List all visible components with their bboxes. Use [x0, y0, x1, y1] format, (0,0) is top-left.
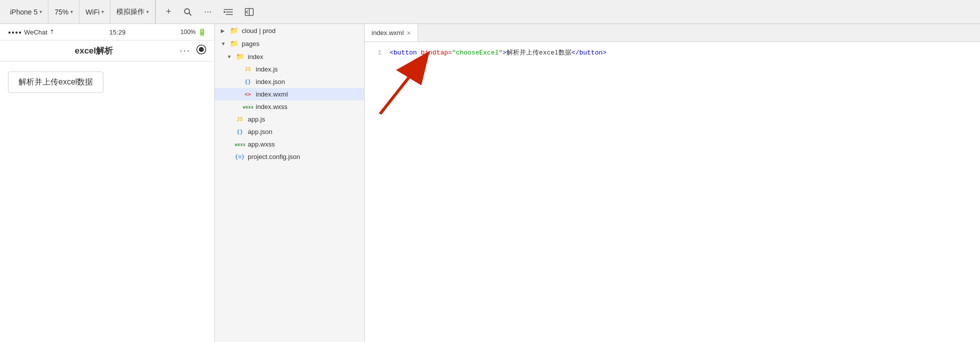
device-chevron-icon: ▾: [39, 9, 42, 14]
code-line-1: 1 <button bindtap="chooseExcel">解析并上传exc…: [365, 48, 980, 58]
json-icon-index-json: {}: [243, 78, 253, 85]
file-label-project-config: project.config.json: [248, 153, 300, 160]
js-icon-index-js: JS: [243, 66, 253, 72]
toolbar: iPhone 5 ▾ 75% ▾ WiFi ▾ 模拟操作 ▾ + ···: [0, 0, 980, 24]
scale-chevron-icon: ▾: [70, 9, 73, 14]
json-icon-app-json: {}: [235, 128, 245, 135]
more-button[interactable]: ···: [202, 4, 214, 19]
editor-area: index.wxml × 1 <button bindtap="chooseEx…: [365, 24, 980, 342]
tag-end: </button>: [571, 49, 606, 56]
tree-arrow-pages: ▼: [221, 41, 226, 46]
network-label: WiFi: [85, 8, 99, 16]
file-tree-item-app-js[interactable]: ▶ JS app.js: [215, 113, 364, 126]
page-button[interactable]: 解析并上传excel数据: [8, 72, 103, 93]
phone-time: 15:29: [109, 28, 126, 36]
attr-bindtap: bindtap=: [421, 49, 452, 56]
main-area: ●●●● WeChat ⇡ 15:29 100% 🔋 excel解析 ···: [0, 24, 980, 342]
nav-title: excel解析: [8, 45, 180, 56]
tag-open: <button: [390, 49, 421, 56]
file-tree-item-index-js[interactable]: ▶ JS index.js: [215, 63, 364, 76]
file-label-index-dir: index: [248, 53, 263, 60]
tree-arrow-cloud: ▶: [221, 28, 226, 34]
indent-button[interactable]: [222, 6, 235, 18]
folder-icon-cloud: 📁: [229, 26, 239, 34]
nav-more-icon[interactable]: ···: [180, 46, 190, 56]
folder-icon-index: 📁: [235, 52, 245, 60]
file-label-app-wxss: app.wxss: [248, 140, 275, 148]
editor-toolbar: + ···: [155, 0, 976, 24]
tree-arrow-index: ▼: [227, 54, 232, 60]
network-chevron-icon: ▾: [101, 9, 104, 14]
status-right: 100% 🔋: [180, 28, 206, 36]
network-name: WeChat: [24, 28, 47, 36]
file-label-index-json: index.json: [256, 78, 285, 86]
svg-point-8: [199, 47, 204, 52]
line-content-1: <button bindtap="chooseExcel">解析并上传excel…: [390, 48, 980, 58]
file-tree-item-pages[interactable]: ▼ 📁 pages: [215, 37, 364, 50]
file-tree: ▶ 📁 cloud | prod ▼ 📁 pages ▼ 📁 index ▶ J…: [215, 24, 365, 342]
nav-record-icon[interactable]: [196, 44, 206, 57]
wifi-icon: ⇡: [49, 28, 54, 36]
tab-label: index.wxml: [372, 29, 404, 36]
phone-status-bar: ●●●● WeChat ⇡ 15:29 100% 🔋: [0, 24, 214, 40]
scale-selector[interactable]: 75% ▾: [48, 0, 79, 24]
battery-pct: 100%: [180, 28, 196, 36]
phone-simulator: ●●●● WeChat ⇡ 15:29 100% 🔋 excel解析 ···: [0, 24, 215, 342]
simulate-label: 模拟操作: [116, 8, 144, 16]
button-text: 解析并上传excel数据: [506, 49, 571, 56]
file-tree-item-project-config[interactable]: ▶ {⚙} project.config.json: [215, 150, 364, 163]
phone-nav-bar: excel解析 ···: [0, 40, 214, 62]
svg-line-10: [380, 56, 426, 114]
search-button[interactable]: [181, 6, 194, 18]
simulate-selector[interactable]: 模拟操作 ▾: [110, 0, 155, 24]
wxss-icon-index-wxss: wxss: [243, 104, 253, 110]
status-left: ●●●● WeChat ⇡: [8, 28, 54, 36]
editor-tab-index-wxml[interactable]: index.wxml ×: [365, 24, 418, 42]
file-tree-item-index-wxml[interactable]: ▶ <> index.wxml: [215, 88, 364, 100]
file-label-app-json: app.json: [248, 128, 272, 136]
simulate-chevron-icon: ▾: [146, 9, 149, 14]
tab-close-button[interactable]: ×: [407, 30, 411, 36]
file-label-pages: pages: [242, 40, 259, 48]
nav-icons: ···: [180, 44, 206, 57]
phone-page-content: 解析并上传excel数据: [0, 62, 214, 342]
file-label-app-js: app.js: [248, 116, 265, 123]
tag-close-bracket: >: [502, 49, 506, 56]
file-tree-item-app-json[interactable]: ▶ {} app.json: [215, 126, 364, 138]
attr-value-choosExcel: "chooseExcel": [452, 49, 502, 56]
network-selector[interactable]: WiFi ▾: [79, 0, 110, 24]
scale-label: 75%: [54, 8, 68, 16]
svg-line-1: [189, 13, 191, 16]
js-icon-app-js: JS: [235, 116, 245, 122]
file-label-index-wxss: index.wxss: [256, 103, 288, 110]
device-label: iPhone 5: [10, 8, 37, 16]
wxss-icon-app-wxss: wxss: [235, 142, 245, 147]
editor-tabs: index.wxml ×: [365, 24, 980, 42]
file-label-cloud: cloud | prod: [242, 27, 276, 34]
config-icon-project: {⚙}: [235, 154, 245, 160]
svg-point-0: [184, 8, 189, 14]
folder-icon-pages: 📁: [229, 40, 239, 48]
add-button[interactable]: +: [164, 4, 173, 19]
device-selector[interactable]: iPhone 5 ▾: [4, 0, 48, 24]
split-button[interactable]: [243, 6, 256, 18]
signal-dots: ●●●●: [8, 30, 22, 35]
file-tree-item-index-json[interactable]: ▶ {} index.json: [215, 76, 364, 88]
file-tree-item-app-wxss[interactable]: ▶ wxss app.wxss: [215, 138, 364, 150]
battery-icon: 🔋: [198, 28, 206, 36]
editor-content[interactable]: 1 <button bindtap="chooseExcel">解析并上传exc…: [365, 42, 980, 342]
file-label-index-js: index.js: [256, 66, 278, 73]
file-tree-item-cloud[interactable]: ▶ 📁 cloud | prod: [215, 24, 364, 37]
line-number-1: 1: [365, 48, 390, 58]
file-label-index-wxml: index.wxml: [256, 90, 288, 98]
file-tree-item-index-wxss[interactable]: ▶ wxss index.wxss: [215, 100, 364, 113]
file-tree-item-index-dir[interactable]: ▼ 📁 index: [215, 50, 364, 63]
wxml-icon-index-wxml: <>: [243, 91, 253, 98]
